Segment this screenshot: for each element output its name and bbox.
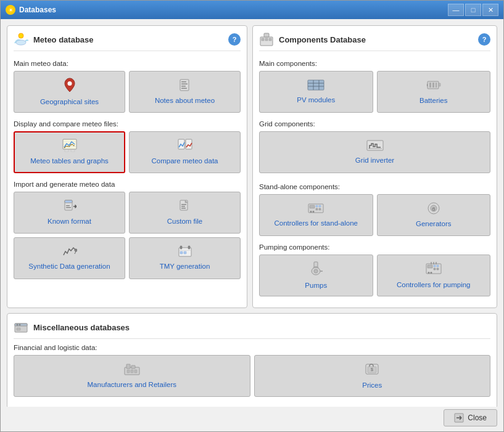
svg-rect-45 [429, 83, 431, 88]
close-button[interactable]: Close [444, 409, 497, 426]
chart-icon [62, 139, 77, 154]
svg-rect-12 [65, 150, 68, 152]
close-label: Close [468, 414, 487, 422]
main-window: ☀ Databases — □ ✕ Meteo d [0, 0, 504, 432]
footer: Close [1, 407, 503, 431]
svg-rect-89 [131, 370, 133, 373]
meteo-icon [14, 32, 28, 47]
prices-icon: $ [365, 362, 379, 378]
controllers-pumping-button[interactable]: Controllers for pumping [377, 255, 491, 296]
batteries-button[interactable]: Batteries [377, 71, 491, 113]
grid-inverter-button[interactable]: Grid inverter [259, 131, 490, 173]
display-label: Display and compare meteo files: [14, 120, 241, 128]
svg-point-59 [313, 211, 315, 213]
known-format-label: Known format [48, 217, 91, 226]
svg-rect-86 [126, 364, 130, 369]
synthetic-data-button[interactable]: Synthetic Data generation [14, 237, 125, 279]
geographical-sites-label: Geographical sites [40, 97, 99, 107]
synthetic-data-label: Synthetic Data generation [28, 262, 110, 271]
svg-rect-72 [437, 265, 439, 267]
display-buttons: Meteo tables and graphs Compare meteo da… [14, 131, 241, 173]
svg-rect-46 [432, 83, 434, 88]
svg-point-58 [310, 211, 312, 213]
svg-rect-18 [66, 205, 70, 206]
controllers-standalone-label: Controllers for stand-alone [274, 219, 358, 228]
misc-buttons: Manufacturers and Retailers $ Prices [14, 355, 490, 397]
svg-rect-7 [181, 88, 187, 89]
svg-point-1 [16, 40, 26, 45]
minimize-button[interactable]: — [448, 4, 464, 16]
compare-meteo-label: Compare meteo data [151, 157, 218, 166]
meteo-header: Meteo database ? [14, 32, 241, 51]
main-component-buttons: PV modules [259, 71, 490, 113]
svg-rect-31 [180, 251, 183, 254]
svg-rect-34 [262, 38, 264, 41]
title-bar: ☀ Databases — □ ✕ [1, 1, 503, 19]
notes-meteo-button[interactable]: Notes about meteo [129, 71, 241, 113]
controllers-standalone-button[interactable]: Controllers for stand-alone [259, 194, 373, 236]
svg-point-79 [430, 272, 432, 274]
import-label: Import and generate meteo data [14, 181, 241, 188]
controller-pumping-icon [426, 261, 442, 278]
svg-rect-47 [436, 83, 437, 88]
manufacturers-label: Manufacturers and Retailers [88, 380, 176, 389]
top-panels: Meteo database ? Main meteo data: Geogra… [7, 25, 497, 308]
import-buttons: Known format Custom file [14, 192, 241, 279]
pv-modules-label: PV modules [297, 96, 335, 105]
pv-modules-button[interactable]: PV modules [259, 71, 373, 113]
meteo-tables-button[interactable]: Meteo tables and graphs [14, 131, 125, 173]
misc-title: Miscellaneous databases [33, 323, 490, 332]
prices-button[interactable]: $ Prices [254, 355, 491, 397]
compare-icon [178, 139, 192, 154]
notes-meteo-label: Notes about meteo [155, 96, 215, 105]
components-help-button[interactable]: ? [478, 33, 490, 46]
custom-file-label: Custom file [167, 217, 203, 226]
svg-rect-48 [427, 84, 428, 86]
custom-file-button[interactable]: Custom file [129, 192, 241, 234]
svg-rect-87 [131, 365, 135, 369]
components-header: Components Database ? [259, 32, 490, 51]
tmy-generation-button[interactable]: TMY generation [129, 237, 241, 279]
svg-rect-35 [265, 38, 268, 41]
pumps-icon [309, 261, 323, 279]
svg-point-0 [19, 33, 23, 38]
tmy-generation-label: TMY generation [160, 262, 210, 271]
inverter-icon [366, 139, 384, 153]
known-format-icon [63, 199, 76, 214]
svg-rect-73 [434, 268, 436, 270]
svg-rect-71 [434, 265, 436, 267]
svg-point-2 [67, 81, 72, 86]
window-close-button[interactable]: ✕ [482, 4, 498, 16]
meteo-help-button[interactable]: ? [228, 33, 241, 46]
misc-icon [14, 320, 28, 335]
svg-rect-44 [439, 83, 440, 86]
svg-rect-53 [316, 205, 318, 207]
misc-panel: Miscellaneous databases Financial and lo… [7, 313, 497, 407]
svg-rect-3 [180, 79, 189, 91]
meteo-title: Meteo database [33, 35, 223, 44]
content-area: Meteo database ? Main meteo data: Geogra… [1, 19, 503, 407]
svg-rect-36 [269, 38, 271, 41]
svg-point-82 [17, 324, 19, 326]
pumps-button[interactable]: Pumps [259, 255, 373, 296]
main-meteo-label: Main meteo data: [14, 60, 241, 67]
manufacturers-button[interactable]: Manufacturers and Retailers [14, 355, 250, 397]
svg-text:G: G [432, 207, 435, 211]
grid-inverter-label: Grid inverter [355, 156, 394, 165]
misc-section: Miscellaneous databases Financial and lo… [7, 313, 497, 407]
svg-rect-22 [181, 204, 186, 205]
app-icon: ☀ [6, 5, 15, 15]
svg-rect-38 [308, 80, 324, 90]
pumping-buttons: Pumps [259, 255, 490, 296]
svg-rect-24 [181, 208, 186, 209]
svg-rect-4 [181, 81, 186, 83]
prices-label: Prices [362, 381, 382, 390]
components-title: Components Database [279, 35, 473, 44]
known-format-button[interactable]: Known format [14, 192, 125, 234]
geographical-sites-button[interactable]: Geographical sites [14, 71, 125, 113]
svg-rect-32 [184, 251, 186, 254]
tmy-icon [178, 245, 192, 259]
compare-meteo-button[interactable]: Compare meteo data [129, 131, 241, 173]
generators-button[interactable]: G Generators [377, 194, 491, 236]
maximize-button[interactable]: □ [465, 4, 481, 16]
